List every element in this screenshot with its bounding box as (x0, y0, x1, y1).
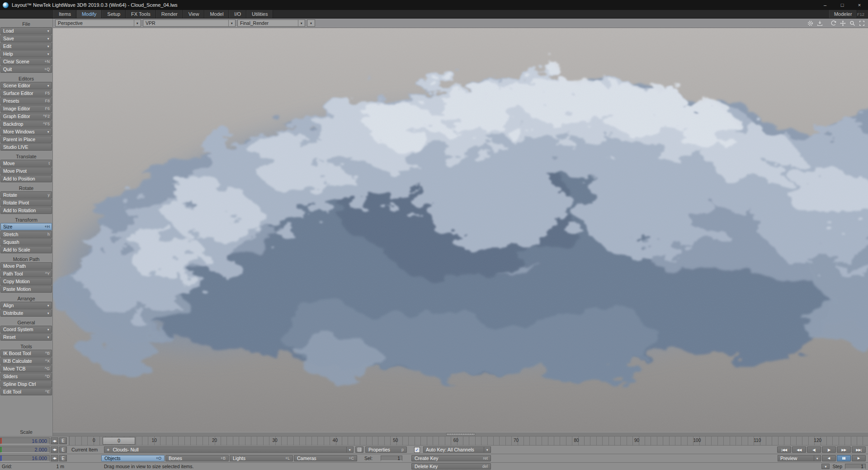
create-key-button[interactable]: Create Key ret (411, 455, 491, 461)
render-preset-dropdown[interactable]: Final_Render ▼ (237, 19, 305, 27)
preview-step-back-button[interactable]: ◀ (822, 455, 836, 461)
sidebar-item-size[interactable]: Size +H ▼ (0, 223, 52, 230)
tab-render[interactable]: Render (156, 10, 183, 18)
maximize-button[interactable]: □ (834, 0, 851, 10)
channel-z-stepper[interactable]: ◀▶ (51, 455, 58, 461)
sidebar-item-presets[interactable]: Presets F8 ▼ (0, 97, 52, 104)
sidebar-item-squash[interactable]: Squash ▼ (0, 238, 52, 246)
channel-x-envelope-button[interactable]: E (59, 437, 67, 444)
sidebar-item-load[interactable]: Load ▼ (0, 27, 52, 34)
channel-y-envelope-button[interactable]: E (59, 446, 67, 453)
next-frame-button[interactable]: |▶ (822, 446, 836, 453)
sidebar-item-shortcut: ^B (45, 351, 50, 356)
sidebar-item-clear-scene[interactable]: Clear Scene +N ▼ (0, 58, 52, 65)
sidebar-item-path-tool[interactable]: Path Tool ^Y ▼ (0, 270, 52, 277)
sidebar-item-studio-live[interactable]: Studio LIVE ▼ (0, 143, 52, 151)
delete-key-button[interactable]: Delete Key del (411, 463, 491, 470)
sidebar-item-add-to-position[interactable]: Add to Position ▼ (0, 175, 52, 182)
render-mode-dropdown[interactable]: VPR ▼ (143, 19, 236, 27)
channel-z-envelope-button[interactable]: E (59, 455, 67, 461)
zoom-icon-button[interactable] (848, 19, 856, 27)
sidebar-item-more-windows[interactable]: More Windows ▼ (0, 128, 52, 135)
sidebar-item-align[interactable]: Align ▼ (0, 302, 52, 309)
tab-view[interactable]: View (183, 10, 205, 18)
prev-frame-button[interactable]: ◀| (807, 446, 821, 453)
sidebar-item-parent-in-place[interactable]: Parent in Place ▼ (0, 136, 52, 143)
auto-key-dropdown[interactable]: Auto Key: All Channels ▼ (423, 446, 491, 453)
sidebar-item-rotate[interactable]: Rotate y ▼ (0, 191, 52, 199)
sidebar-item-edit-tool[interactable]: Edit Tool ^E ▼ (0, 388, 52, 395)
sidebar-item-edit[interactable]: Edit ▼ (0, 43, 52, 50)
go-to-start-button[interactable]: |◀◀ (777, 446, 791, 453)
minimize-button[interactable]: – (816, 0, 834, 10)
channel-x-value-field[interactable]: 16.000 (0, 437, 50, 444)
prev-keyframe-button[interactable]: ◀◀ (792, 446, 806, 453)
preview-pause-button[interactable]: ▮▮ (837, 455, 851, 461)
sidebar-item-reset[interactable]: Reset ▼ (0, 333, 52, 341)
current-item-dropdown[interactable]: + Clouds- Null ▼ (104, 446, 354, 453)
channel-y-value-field[interactable]: 2.000 (0, 446, 50, 453)
orbit-icon-button[interactable] (829, 19, 837, 27)
channel-y-stepper[interactable]: ◀▶ (51, 446, 58, 453)
item-type-bones[interactable]: Bones +B (165, 455, 229, 461)
sidebar-item-help[interactable]: Help ▼ (0, 50, 52, 57)
pan-icon-button[interactable] (839, 19, 847, 27)
timeline-zoom-grip[interactable] (446, 433, 475, 436)
sidebar-item-sliders[interactable]: Sliders ^D ▼ (0, 373, 52, 380)
item-type-cameras[interactable]: Cameras +C (294, 455, 357, 461)
sidebar-item-quit[interactable]: Quit +Q ▼ (0, 66, 52, 73)
sidebar-item-paste-motion[interactable]: Paste Motion ▼ (0, 285, 52, 293)
sidebar-item-distribute[interactable]: Distribute ▼ (0, 309, 52, 317)
sidebar-item-move-tcb[interactable]: Move TCB ^G ▼ (0, 365, 52, 372)
auto-key-checkbox[interactable]: ✓ (414, 447, 420, 453)
timeline-ruler[interactable]: 0 0102030405060708090100110120 (69, 437, 868, 445)
sidebar-item-rotate-pivot[interactable]: Rotate Pivot ▼ (0, 199, 52, 206)
preview-play-button[interactable]: ▶ (852, 455, 866, 461)
tab-model[interactable]: Model (204, 10, 229, 18)
view-mode-dropdown[interactable]: Perspective ▼ (55, 19, 141, 27)
sidebar-item-move-path[interactable]: Move Path ▼ (0, 262, 52, 270)
tab-items[interactable]: Items (53, 10, 76, 18)
channel-x-stepper[interactable]: ◀▶ (51, 437, 58, 444)
sidebar-item-scene-editor[interactable]: Scene Editor ▼ (0, 82, 52, 89)
item-list-button[interactable] (355, 446, 363, 453)
sidebar-item-graph-editor[interactable]: Graph Editor ^F2 ▼ (0, 113, 52, 120)
close-button[interactable]: × (851, 0, 868, 10)
sidebar-item-ikb-calculate[interactable]: IKB Calculate ^X ▼ (0, 357, 52, 365)
export-icon-button[interactable] (816, 19, 824, 27)
sidebar-item-stretch[interactable]: Stretch h ▼ (0, 231, 52, 238)
sidebar-item-coord-system[interactable]: Coord System ▼ (0, 326, 52, 333)
tab-utilities[interactable]: Utilities (246, 10, 273, 18)
menu-tab-label: Model (210, 11, 223, 17)
perspective-viewport[interactable] (53, 28, 868, 432)
sidebar-item-save[interactable]: Save ▼ (0, 35, 52, 42)
gear-icon-button[interactable] (806, 19, 814, 27)
sidebar-item-spline-disp-ctrl[interactable]: Spline Disp Ctrl ▼ (0, 380, 52, 388)
sidebar-item-image-editor[interactable]: Image Editor F6 ▼ (0, 105, 52, 112)
maximize-icon-button[interactable] (858, 19, 866, 27)
sidebar-item-surface-editor[interactable]: Surface Editor F5 ▼ (0, 90, 52, 97)
tab-setup[interactable]: Setup (102, 10, 126, 18)
properties-button[interactable]: Properties p (365, 446, 407, 453)
step-options-dropdown[interactable]: ▼ (821, 464, 830, 469)
sidebar-item-add-to-rotation[interactable]: Add to Rotation ▼ (0, 207, 52, 214)
sidebar-item-add-to-scale[interactable]: Add to Scale ▼ (0, 246, 52, 253)
timeline-frame-slider[interactable]: 0 (103, 437, 135, 445)
channel-z-value-field[interactable]: 16.000 (0, 455, 50, 461)
go-to-end-button[interactable]: ▶▶| (852, 446, 866, 453)
next-keyframe-button[interactable]: ▶▶ (837, 446, 851, 453)
sidebar-item-backdrop[interactable]: Backdrop ^F5 ▼ (0, 120, 52, 128)
sidebar-item-move-pivot[interactable]: Move Pivot ▼ (0, 167, 52, 175)
sidebar-item-move[interactable]: Move t ▼ (0, 160, 52, 167)
tab-i-o[interactable]: I/O (229, 10, 246, 18)
tab-modify[interactable]: Modify (76, 10, 102, 18)
preview-dropdown[interactable]: Preview ▼ (778, 455, 821, 461)
item-type-objects[interactable]: Objects +O (101, 455, 165, 461)
sidebar-item-copy-motion[interactable]: Copy Motion ▼ (0, 278, 52, 285)
item-type-lights[interactable]: Lights +L (230, 455, 293, 461)
modeler-button[interactable]: Modeler (829, 10, 857, 18)
sidebar-item-ik-boost-tool[interactable]: IK Boost Tool ^B ▼ (0, 350, 52, 357)
step-value-field[interactable]: 1 (845, 464, 866, 469)
render-preset-menu-button[interactable]: ▼ (307, 19, 315, 27)
tab-fx-tools[interactable]: FX Tools (126, 10, 156, 18)
